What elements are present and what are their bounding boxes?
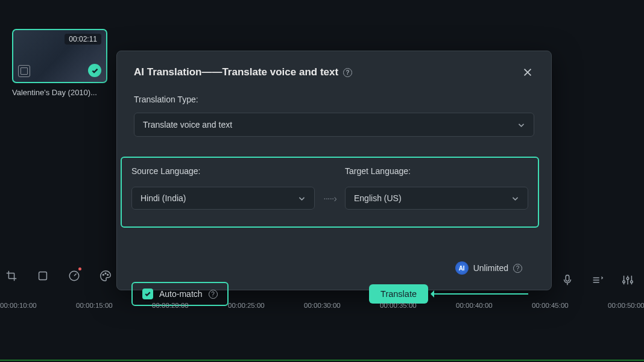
svg-rect-5 [566,275,569,281]
thumbnail-title: Valentine's Day (2010)... [12,88,107,97]
timeline-label: 00:00:25:00 [228,302,265,309]
svg-point-2 [103,274,104,275]
unlimited-indicator: AI Unlimited ? [455,261,522,275]
timeline-label: 00:00:35:00 [380,302,417,309]
crop-icon[interactable] [5,269,18,282]
timeline-label: 00:00:15:00 [76,302,113,309]
audio-tracks-icon[interactable] [591,273,604,287]
source-language-label: Source Language: [131,166,315,176]
svg-point-3 [105,273,106,274]
timeline-label: 00:00:50:00 [608,302,644,309]
language-row: Source Language: Hindi (India) ·····› Ta… [121,157,539,228]
sliders-icon[interactable] [621,273,634,287]
source-language-select[interactable]: Hindi (India) [131,187,315,210]
svg-rect-0 [39,272,47,280]
timeline-toolbar-right [561,273,634,287]
chevron-down-icon [511,195,519,202]
translation-type-label: Translation Type: [134,95,534,104]
media-icon [18,65,30,77]
square-icon[interactable] [36,269,49,282]
translation-type-select[interactable]: Translate voice and text [134,113,534,137]
palette-icon[interactable] [99,269,112,282]
timeline-label: 00:00:45:00 [532,302,569,309]
ai-badge-icon: AI [455,261,469,275]
svg-point-4 [107,274,109,275]
timeline-label: 00:00:10:00 [0,302,37,309]
progress-bar [0,360,644,361]
timeline-label: 00:00:20:00 [152,302,189,309]
target-language-label: Target Language: [345,166,528,176]
svg-point-8 [631,281,633,283]
thumbnail-duration: 00:02:11 [65,34,101,45]
speed-icon[interactable] [68,269,81,282]
timeline-label: 00:00:40:00 [456,302,493,309]
timeline-ruler[interactable]: 00:00:10:0000:00:15:0000:00:20:0000:00:2… [0,296,644,320]
timeline-label: 00:00:30:00 [304,302,341,309]
dialog-title: AI Translation——Translate voice and text… [134,66,352,78]
annotation-arrow [432,293,528,295]
timeline-toolbar-left [0,265,117,287]
svg-point-7 [627,277,629,279]
help-icon[interactable]: ? [343,68,352,77]
chevron-down-icon [298,195,306,202]
microphone-icon[interactable] [561,273,574,287]
help-icon[interactable]: ? [513,264,522,273]
close-button[interactable] [521,66,534,79]
svg-point-6 [623,281,625,283]
video-thumbnail[interactable]: 00:02:11 [12,29,107,83]
checkmark-icon [88,64,101,77]
target-language-select[interactable]: English (US) [345,187,528,210]
arrow-right-icon: ·····› [315,193,345,204]
chevron-down-icon [517,121,525,129]
